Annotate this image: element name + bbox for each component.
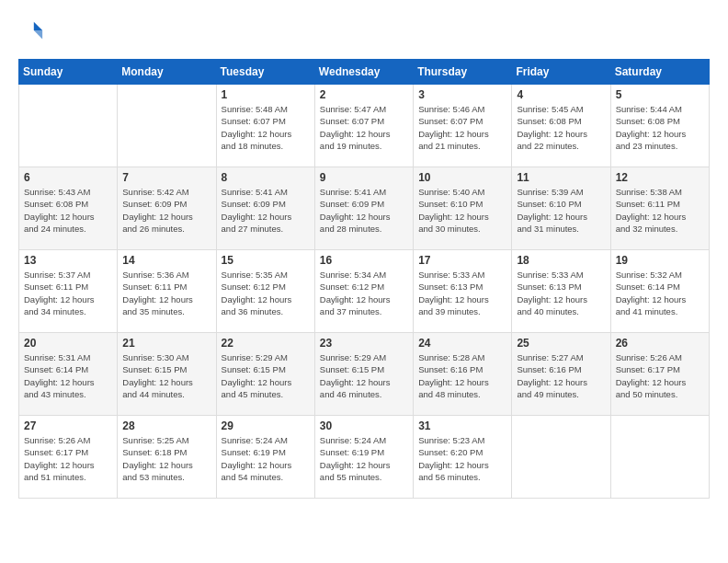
calendar-body: 1Sunrise: 5:48 AM Sunset: 6:07 PM Daylig… — [19, 85, 710, 499]
calendar-table: SundayMondayTuesdayWednesdayThursdayFrid… — [18, 59, 710, 499]
svg-marker-1 — [34, 30, 42, 39]
day-info: Sunrise: 5:45 AM Sunset: 6:08 PM Dayligh… — [517, 103, 605, 152]
calendar-week-3: 13Sunrise: 5:37 AM Sunset: 6:11 PM Dayli… — [19, 250, 710, 333]
calendar-cell: 18Sunrise: 5:33 AM Sunset: 6:13 PM Dayli… — [512, 250, 610, 333]
day-number: 26 — [616, 337, 704, 350]
calendar-cell: 4Sunrise: 5:45 AM Sunset: 6:08 PM Daylig… — [512, 85, 610, 167]
calendar-cell: 3Sunrise: 5:46 AM Sunset: 6:07 PM Daylig… — [414, 85, 512, 167]
day-info: Sunrise: 5:26 AM Sunset: 6:17 PM Dayligh… — [616, 351, 704, 400]
day-info: Sunrise: 5:26 AM Sunset: 6:17 PM Dayligh… — [24, 434, 112, 483]
calendar-cell: 12Sunrise: 5:38 AM Sunset: 6:11 PM Dayli… — [610, 167, 709, 250]
day-number: 6 — [24, 171, 112, 184]
calendar-header-row: SundayMondayTuesdayWednesdayThursdayFrid… — [19, 60, 710, 85]
day-info: Sunrise: 5:27 AM Sunset: 6:16 PM Dayligh… — [517, 351, 605, 400]
calendar-week-1: 1Sunrise: 5:48 AM Sunset: 6:07 PM Daylig… — [19, 85, 710, 167]
svg-marker-0 — [34, 22, 42, 30]
day-number: 23 — [320, 337, 408, 350]
day-number: 25 — [517, 337, 605, 350]
calendar-cell: 29Sunrise: 5:24 AM Sunset: 6:19 PM Dayli… — [216, 416, 314, 499]
day-number: 29 — [222, 419, 310, 432]
calendar-cell: 27Sunrise: 5:26 AM Sunset: 6:17 PM Dayli… — [19, 416, 118, 499]
day-number: 11 — [517, 171, 605, 184]
day-number: 1 — [222, 88, 310, 101]
day-number: 20 — [24, 337, 112, 350]
calendar-cell: 8Sunrise: 5:41 AM Sunset: 6:09 PM Daylig… — [216, 167, 314, 250]
day-info: Sunrise: 5:47 AM Sunset: 6:07 PM Dayligh… — [320, 103, 408, 152]
day-number: 9 — [320, 171, 408, 184]
calendar-cell: 22Sunrise: 5:29 AM Sunset: 6:15 PM Dayli… — [216, 333, 314, 416]
day-info: Sunrise: 5:41 AM Sunset: 6:09 PM Dayligh… — [222, 186, 310, 235]
calendar-cell: 21Sunrise: 5:30 AM Sunset: 6:15 PM Dayli… — [118, 333, 216, 416]
calendar-cell: 9Sunrise: 5:41 AM Sunset: 6:09 PM Daylig… — [314, 167, 413, 250]
calendar-cell: 5Sunrise: 5:44 AM Sunset: 6:08 PM Daylig… — [610, 85, 709, 167]
day-info: Sunrise: 5:34 AM Sunset: 6:12 PM Dayligh… — [320, 269, 408, 317]
day-info: Sunrise: 5:24 AM Sunset: 6:19 PM Dayligh… — [320, 434, 408, 483]
day-number: 5 — [616, 88, 704, 101]
day-number: 15 — [222, 254, 310, 267]
day-info: Sunrise: 5:46 AM Sunset: 6:07 PM Dayligh… — [418, 103, 506, 152]
day-info: Sunrise: 5:39 AM Sunset: 6:10 PM Dayligh… — [517, 186, 605, 235]
calendar-header-friday: Friday — [512, 60, 610, 85]
day-number: 8 — [222, 171, 310, 184]
calendar-cell: 16Sunrise: 5:34 AM Sunset: 6:12 PM Dayli… — [314, 250, 413, 333]
day-number: 12 — [616, 171, 704, 184]
calendar-cell: 6Sunrise: 5:43 AM Sunset: 6:08 PM Daylig… — [19, 167, 118, 250]
day-info: Sunrise: 5:38 AM Sunset: 6:11 PM Dayligh… — [616, 186, 704, 235]
day-number: 7 — [122, 171, 210, 184]
calendar-cell: 2Sunrise: 5:47 AM Sunset: 6:07 PM Daylig… — [314, 85, 413, 167]
day-number: 17 — [418, 254, 506, 267]
day-number: 31 — [418, 419, 506, 432]
day-number: 18 — [517, 254, 605, 267]
day-number: 10 — [418, 171, 506, 184]
day-info: Sunrise: 5:35 AM Sunset: 6:12 PM Dayligh… — [222, 269, 310, 317]
day-number: 24 — [418, 337, 506, 350]
calendar-cell: 17Sunrise: 5:33 AM Sunset: 6:13 PM Dayli… — [414, 250, 512, 333]
calendar-week-4: 20Sunrise: 5:31 AM Sunset: 6:14 PM Dayli… — [19, 333, 710, 416]
calendar-week-2: 6Sunrise: 5:43 AM Sunset: 6:08 PM Daylig… — [19, 167, 710, 250]
day-info: Sunrise: 5:33 AM Sunset: 6:13 PM Dayligh… — [517, 269, 605, 317]
day-number: 22 — [222, 337, 310, 350]
calendar-cell: 28Sunrise: 5:25 AM Sunset: 6:18 PM Dayli… — [118, 416, 216, 499]
day-info: Sunrise: 5:32 AM Sunset: 6:14 PM Dayligh… — [616, 269, 704, 317]
day-info: Sunrise: 5:48 AM Sunset: 6:07 PM Dayligh… — [222, 103, 310, 152]
day-number: 28 — [122, 419, 210, 432]
day-info: Sunrise: 5:37 AM Sunset: 6:11 PM Dayligh… — [24, 269, 112, 317]
day-info: Sunrise: 5:33 AM Sunset: 6:13 PM Dayligh… — [418, 269, 506, 317]
calendar-cell: 20Sunrise: 5:31 AM Sunset: 6:14 PM Dayli… — [19, 333, 118, 416]
calendar-cell: 10Sunrise: 5:40 AM Sunset: 6:10 PM Dayli… — [414, 167, 512, 250]
day-info: Sunrise: 5:44 AM Sunset: 6:08 PM Dayligh… — [616, 103, 704, 152]
day-number: 19 — [616, 254, 704, 267]
day-number: 3 — [418, 88, 506, 101]
day-info: Sunrise: 5:41 AM Sunset: 6:09 PM Dayligh… — [320, 186, 408, 235]
day-number: 30 — [320, 419, 408, 432]
day-info: Sunrise: 5:42 AM Sunset: 6:09 PM Dayligh… — [122, 186, 210, 235]
day-number: 16 — [320, 254, 408, 267]
calendar-cell — [19, 85, 118, 167]
page-header — [18, 18, 710, 44]
calendar-header-sunday: Sunday — [19, 60, 118, 85]
day-number: 2 — [320, 88, 408, 101]
calendar-cell: 15Sunrise: 5:35 AM Sunset: 6:12 PM Dayli… — [216, 250, 314, 333]
calendar-header-monday: Monday — [118, 60, 216, 85]
calendar-cell: 26Sunrise: 5:26 AM Sunset: 6:17 PM Dayli… — [610, 333, 709, 416]
day-number: 27 — [24, 419, 112, 432]
calendar-cell — [118, 85, 216, 167]
day-info: Sunrise: 5:36 AM Sunset: 6:11 PM Dayligh… — [122, 269, 210, 317]
calendar-cell — [610, 416, 709, 499]
day-info: Sunrise: 5:31 AM Sunset: 6:14 PM Dayligh… — [24, 351, 112, 400]
calendar-header-thursday: Thursday — [414, 60, 512, 85]
day-info: Sunrise: 5:29 AM Sunset: 6:15 PM Dayligh… — [222, 351, 310, 400]
calendar-header-saturday: Saturday — [610, 60, 709, 85]
calendar-header-tuesday: Tuesday — [216, 60, 314, 85]
day-number: 4 — [517, 88, 605, 101]
logo-icon — [18, 18, 44, 44]
logo — [18, 18, 48, 44]
calendar-cell: 19Sunrise: 5:32 AM Sunset: 6:14 PM Dayli… — [610, 250, 709, 333]
calendar-cell: 7Sunrise: 5:42 AM Sunset: 6:09 PM Daylig… — [118, 167, 216, 250]
calendar-cell: 25Sunrise: 5:27 AM Sunset: 6:16 PM Dayli… — [512, 333, 610, 416]
calendar-cell: 23Sunrise: 5:29 AM Sunset: 6:15 PM Dayli… — [314, 333, 413, 416]
day-info: Sunrise: 5:28 AM Sunset: 6:16 PM Dayligh… — [418, 351, 506, 400]
calendar-week-5: 27Sunrise: 5:26 AM Sunset: 6:17 PM Dayli… — [19, 416, 710, 499]
day-info: Sunrise: 5:30 AM Sunset: 6:15 PM Dayligh… — [122, 351, 210, 400]
calendar-cell: 14Sunrise: 5:36 AM Sunset: 6:11 PM Dayli… — [118, 250, 216, 333]
